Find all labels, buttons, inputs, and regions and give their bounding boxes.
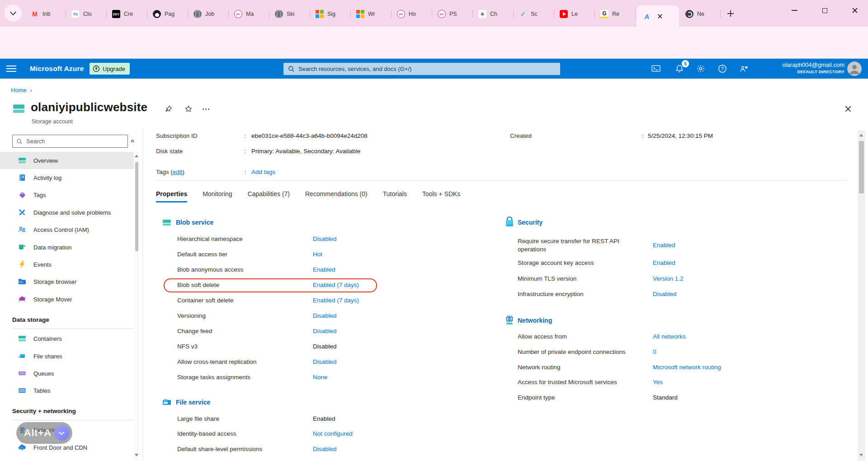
browser-tab[interactable]: Ski bbox=[270, 6, 310, 22]
sidebar-item-file-shares[interactable]: File shares bbox=[0, 348, 134, 365]
cross-tenant-replication-value[interactable]: Disabled bbox=[313, 358, 337, 366]
sidebar-search-input[interactable]: Search bbox=[12, 135, 128, 148]
content-tab-strip: Properties Monitoring Capabilities (7) R… bbox=[156, 186, 460, 202]
close-blade-icon[interactable] bbox=[844, 105, 852, 113]
scroll-up-icon[interactable] bbox=[859, 134, 863, 136]
browser-tab[interactable]: Pag bbox=[148, 6, 188, 22]
private-endpoints-value[interactable]: 0 bbox=[653, 348, 656, 356]
browser-tab[interactable]: GRe bbox=[596, 6, 636, 22]
identity-based-access-value[interactable]: Not configured bbox=[313, 430, 353, 438]
hamburger-menu-icon[interactable] bbox=[6, 66, 16, 72]
sidebar-item-storage-browser[interactable]: Storage browser bbox=[0, 273, 134, 290]
sidebar-item-containers[interactable]: Containers bbox=[0, 330, 134, 347]
active-tab-azure[interactable]: A bbox=[637, 5, 679, 27]
large-file-share-value: Enabled bbox=[313, 415, 335, 423]
share-level-permissions-value[interactable]: Disabled bbox=[313, 445, 337, 453]
help-icon[interactable]: ? bbox=[718, 64, 727, 73]
scrollbar-thumb[interactable] bbox=[135, 162, 138, 251]
add-tags-link[interactable]: Add tags bbox=[251, 169, 275, 175]
new-tab-button[interactable] bbox=[724, 7, 737, 20]
sidebar-item-data-migration[interactable]: Data migration bbox=[0, 239, 134, 256]
account-avatar[interactable] bbox=[847, 61, 862, 76]
feedback-icon[interactable] bbox=[739, 64, 748, 73]
pin-icon[interactable] bbox=[165, 105, 173, 113]
account-info[interactable]: olaraph004@gmail.com DEFAULT DIRECTORY bbox=[783, 61, 845, 75]
sidebar-item-tables[interactable]: Tables bbox=[0, 382, 134, 399]
tab-search-button[interactable] bbox=[5, 5, 22, 22]
window-minimize-button[interactable] bbox=[784, 1, 805, 20]
more-options-icon[interactable] bbox=[203, 108, 209, 110]
browser-tab[interactable]: MInb bbox=[26, 6, 66, 22]
tab-recommendations[interactable]: Recommendations (0) bbox=[305, 190, 368, 202]
hierarchical-namespace-value[interactable]: Disabled bbox=[313, 235, 337, 243]
tab-monitoring[interactable]: Monitoring bbox=[203, 190, 232, 202]
resource-sidebar: Search « Overview Activity log Tags Diag… bbox=[0, 129, 143, 461]
trusted-services-value[interactable]: Yes bbox=[653, 378, 663, 386]
sidebar-item-overview[interactable]: Overview bbox=[0, 152, 134, 169]
network-routing-value[interactable]: Microsoft network routing bbox=[653, 363, 721, 372]
browser-tab[interactable]: ✓Sc bbox=[514, 6, 554, 22]
azure-search-bar[interactable]: Search resources, services, and docs (G+… bbox=[283, 63, 560, 75]
azure-brand[interactable]: Microsoft Azure bbox=[30, 59, 84, 79]
property-row: Network routingMicrosoft network routing bbox=[518, 363, 721, 372]
chevron-down-icon bbox=[10, 9, 16, 15]
microsoft-icon bbox=[316, 10, 324, 18]
browser-tab[interactable]: ✳Ch bbox=[474, 6, 514, 22]
default-access-tier-value[interactable]: Hot bbox=[313, 250, 322, 259]
key-access-value[interactable]: Enabled bbox=[653, 259, 675, 267]
property-row: Allow cross-tenant replicationDisabled bbox=[177, 358, 337, 366]
edit-tags-link[interactable]: edit bbox=[173, 169, 183, 175]
sidebar-item-tags[interactable]: Tags bbox=[0, 186, 134, 203]
container-soft-delete-value[interactable]: Enabled (7 days) bbox=[313, 296, 359, 305]
sidebar-item-queues[interactable]: Queues bbox=[0, 365, 134, 382]
browser-tab[interactable]: psiPS bbox=[433, 6, 473, 22]
blob-anonymous-access-value[interactable]: Enabled bbox=[313, 266, 335, 274]
tab-tutorials[interactable]: Tutorials bbox=[383, 190, 407, 202]
browser-tab[interactable]: psiHo bbox=[392, 6, 432, 22]
change-feed-value[interactable]: Disabled bbox=[313, 327, 337, 335]
breadcrumb-home-link[interactable]: Home bbox=[11, 87, 27, 94]
scroll-down-icon[interactable] bbox=[859, 454, 863, 456]
cloud-shell-icon[interactable] bbox=[651, 64, 660, 73]
window-maximize-button[interactable] bbox=[814, 1, 835, 20]
upgrade-button[interactable]: Upgrade bbox=[90, 63, 130, 75]
sidebar-item-storage-mover[interactable]: Storage Mover bbox=[0, 291, 134, 308]
property-row: Minimum TLS versionVersion 1.2 bbox=[518, 275, 684, 283]
sidebar-item-events[interactable]: Events bbox=[0, 256, 134, 273]
close-tab-icon[interactable] bbox=[656, 13, 664, 20]
blob-soft-delete-value[interactable]: Enabled (7 days) bbox=[313, 281, 359, 289]
browser-tab[interactable]: Le bbox=[555, 6, 595, 22]
browser-tab[interactable]: TCClo bbox=[67, 6, 107, 22]
browser-tab[interactable]: Ne bbox=[681, 6, 721, 22]
favorite-star-icon[interactable] bbox=[184, 105, 193, 113]
sidebar-collapse-icon[interactable]: « bbox=[131, 136, 134, 144]
tab-capabilities[interactable]: Capabilities (7) bbox=[248, 190, 290, 202]
settings-gear-icon[interactable] bbox=[696, 64, 705, 73]
tab-properties[interactable]: Properties bbox=[156, 190, 187, 202]
window-close-button[interactable] bbox=[844, 1, 865, 20]
allow-access-from-value[interactable]: All networks bbox=[653, 333, 686, 341]
browser-tab[interactable]: DEVCre bbox=[108, 6, 147, 22]
browser-tab[interactable]: Job bbox=[189, 6, 229, 22]
tls-version-value[interactable]: Version 1.2 bbox=[653, 275, 684, 283]
browser-tab[interactable]: Sig bbox=[311, 6, 351, 22]
secure-transfer-value[interactable]: Enabled bbox=[653, 241, 675, 254]
scroll-up-icon[interactable] bbox=[135, 155, 138, 157]
svg-text:?: ? bbox=[721, 66, 724, 71]
storage-tasks-value[interactable]: None bbox=[313, 373, 327, 381]
browser-tab[interactable]: psiMa bbox=[230, 6, 269, 22]
browser-tab[interactable]: Wr bbox=[352, 6, 392, 22]
property-row: Change feedDisabled bbox=[177, 327, 337, 335]
sidebar-scrollbar[interactable] bbox=[134, 150, 140, 461]
versioning-value[interactable]: Disabled bbox=[313, 312, 337, 320]
infrastructure-encryption-value[interactable]: Disabled bbox=[653, 290, 677, 298]
sidebar-item-diagnose[interactable]: Diagnose and solve problems bbox=[0, 204, 134, 221]
scrollbar-thumb[interactable] bbox=[859, 141, 864, 193]
scroll-down-icon[interactable] bbox=[135, 454, 138, 456]
tab-tools-sdks[interactable]: Tools + SDKs bbox=[422, 190, 460, 202]
page-title: olaniyipublicwebsite bbox=[31, 100, 147, 114]
sidebar-item-access-control[interactable]: Access Control (IAM) bbox=[0, 221, 134, 238]
sidebar-item-activity-log[interactable]: Activity log bbox=[0, 169, 134, 186]
main-scrollbar[interactable] bbox=[858, 130, 865, 461]
microsoft-icon bbox=[356, 10, 364, 18]
